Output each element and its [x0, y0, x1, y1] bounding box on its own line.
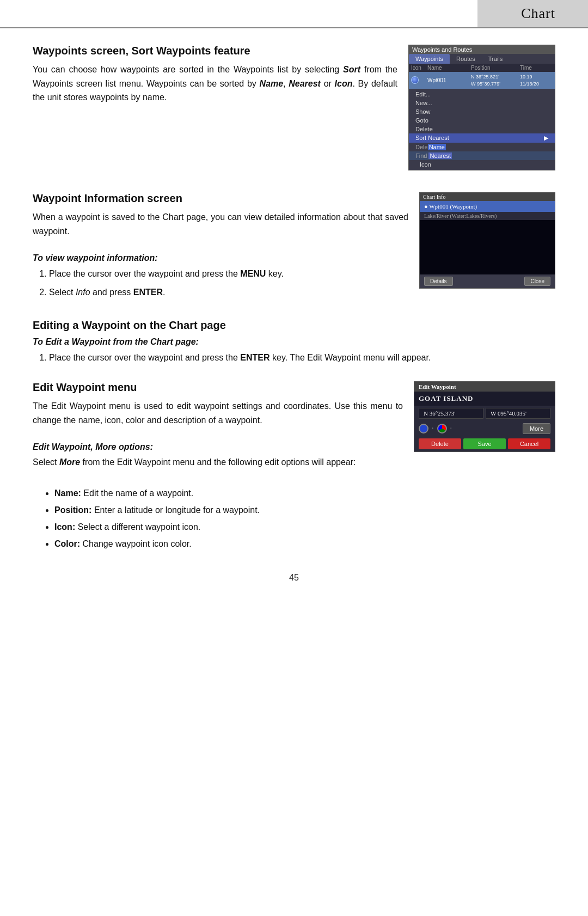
ew-delete-btn[interactable]: Delete: [419, 438, 461, 449]
menu-delete[interactable]: Delete: [409, 125, 555, 133]
menu-goto[interactable]: Goto: [409, 116, 555, 125]
arrow-icon: ▶: [544, 135, 548, 142]
ci-title: Chart Info: [420, 193, 555, 201]
ew-coords: N 36°25.373' W 095°40.035': [414, 406, 555, 421]
edit-step1-item: Place the cursor over the waypoint and p…: [49, 350, 555, 365]
separator-dot2: ·: [450, 424, 452, 433]
menu-edit[interactable]: Edit...: [409, 90, 555, 99]
ew-coord2: W 095°40.035': [486, 408, 550, 419]
section3-title: Editing a Waypoint on the Chart page: [33, 319, 555, 332]
option-name: Name: Edit the name of a waypoint.: [54, 486, 555, 500]
edit-waypoint-screenshot: Edit Waypoint GOAT ISLAND N 36°25.373' W…: [414, 381, 555, 452]
page-header: Chart: [0, 0, 588, 28]
tab-waypoints[interactable]: Waypoints: [409, 54, 450, 64]
ew-icons-row: · · More: [414, 421, 555, 436]
waypoints-screenshot: Waypoints and Routes Waypoints Routes Tr…: [408, 45, 555, 170]
enter-key-bold2: ENTER: [240, 353, 270, 362]
page-number: 45: [33, 573, 555, 583]
menu-dele-name[interactable]: DeleName: [409, 143, 555, 151]
ew-action-row: Delete Save Cancel: [414, 436, 555, 451]
option-color: Color: Change waypoint icon color.: [54, 536, 555, 551]
nearest-bold: Nearest: [289, 79, 321, 88]
menu-sort-nearest[interactable]: Sort Nearest ▶: [409, 133, 555, 143]
body-text-3: ,: [283, 79, 289, 88]
col-position: Position: [471, 65, 520, 71]
icon-bold: Icon: [335, 79, 353, 88]
enter-key-bold: ENTER: [133, 288, 163, 297]
tab-trails[interactable]: Trails: [482, 54, 509, 64]
ew-icon-multi[interactable]: [437, 424, 447, 433]
option-icon: Icon: Select a different waypoint icon.: [54, 520, 555, 534]
ci-close-btn[interactable]: Close: [524, 277, 550, 286]
wp-name: Wpt001: [427, 77, 471, 83]
ew-cancel-btn[interactable]: Cancel: [508, 438, 550, 449]
ci-footer: Details Close: [420, 274, 555, 288]
ew-coord1: N 36°25.373': [419, 408, 483, 419]
chapter-title: Chart: [477, 0, 588, 27]
ew-icon-blue[interactable]: [419, 424, 428, 433]
option-name-bold: Name:: [54, 488, 81, 498]
edit-wp-heading: To Edit a Waypoint from the Chart page:: [33, 337, 555, 347]
name-highlight: Name: [428, 144, 446, 150]
wp-screen-title: Waypoints and Routes: [409, 45, 555, 54]
wp-position: N 36°25.821' W 95°39.779': [471, 74, 520, 87]
option-color-bold: Color:: [54, 539, 80, 548]
option-position-bold: Position:: [54, 505, 91, 515]
wp-row: Wpt001 N 36°25.821' W 95°39.779' 10:19 1…: [409, 72, 555, 89]
wp-menu: Edit... New... Show Goto Delete Sort Nea…: [409, 89, 555, 170]
menu-icon[interactable]: Icon: [409, 160, 555, 169]
more-options-body: Select More from the Edit Waypoint menu …: [33, 455, 555, 469]
ci-subtitle: Lake/River (Water:Lakes/Rivers): [420, 212, 555, 220]
ew-more-btn[interactable]: More: [523, 423, 550, 434]
menu-key-bold: MENU: [240, 269, 266, 278]
chart-info-screenshot: Chart Info ● Wpt001 (Waypoint) Lake/Rive…: [419, 192, 555, 289]
menu-find[interactable]: Find Nearest: [409, 151, 555, 160]
separator-dot: ·: [432, 424, 434, 433]
ew-save-btn[interactable]: Save: [463, 438, 506, 449]
col-icon: Icon: [411, 65, 427, 71]
options-list: Name: Edit the name of a waypoint. Posit…: [54, 486, 555, 552]
tab-routes[interactable]: Routes: [450, 54, 482, 64]
col-time: Time: [520, 65, 553, 71]
section-waypoints-sort: Waypoints and Routes Waypoints Routes Tr…: [33, 45, 555, 176]
sort-bold: Sort: [343, 65, 360, 74]
body-text-1: You can choose how waypoints are sorted …: [33, 65, 343, 74]
menu-new[interactable]: New...: [409, 99, 555, 107]
ci-details-btn[interactable]: Details: [424, 277, 453, 286]
menu-show[interactable]: Show: [409, 107, 555, 116]
info-body-text: When a waypoint is saved to the Chart pa…: [33, 212, 408, 236]
sort-nearest-label: Sort Nearest: [415, 135, 449, 142]
ew-title: Edit Waypoint: [414, 382, 555, 392]
ew-name: GOAT ISLAND: [414, 392, 555, 406]
section-wp-info: Chart Info ● Wpt001 (Waypoint) Lake/Rive…: [33, 192, 555, 303]
section-editing: Editing a Waypoint on the Chart page To …: [33, 319, 555, 365]
ci-map-area: [420, 220, 555, 274]
body-text-4: or: [321, 79, 335, 88]
wp-tabs: Waypoints Routes Trails: [409, 54, 555, 64]
name-bold: Name: [260, 79, 284, 88]
editing-steps: Place the cursor over the waypoint and p…: [49, 350, 555, 365]
option-position: Position: Enter a latitude or longitude …: [54, 503, 555, 517]
more-italic: More: [59, 457, 80, 467]
nearest-highlight: Nearest: [428, 152, 452, 159]
section-edit-menu: Edit Waypoint GOAT ISLAND N 36°25.373' W…: [33, 381, 555, 469]
option-icon-bold: Icon:: [54, 522, 75, 532]
ci-selected: ● Wpt001 (Waypoint): [420, 201, 555, 212]
info-italic: Info: [76, 288, 90, 297]
wp-table-header: Icon Name Position Time: [409, 64, 555, 72]
wp-time: 10:19 11/13/20: [520, 74, 553, 87]
col-name: Name: [427, 65, 471, 71]
wp-icon: [411, 76, 427, 85]
